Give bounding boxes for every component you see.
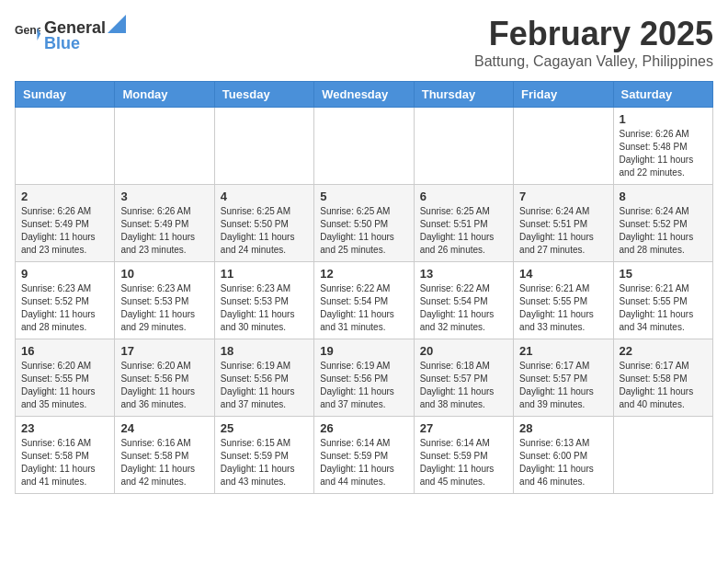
calendar-cell: 2Sunrise: 6:26 AM Sunset: 5:49 PM Daylig… [16,185,115,262]
location: Battung, Cagayan Valley, Philippines [474,53,713,70]
calendar-cell: 10Sunrise: 6:23 AM Sunset: 5:53 PM Dayli… [115,262,214,339]
day-info: Sunrise: 6:21 AM Sunset: 5:55 PM Dayligh… [620,282,707,334]
day-number: 5 [320,190,407,203]
calendar-week-row: 9Sunrise: 6:23 AM Sunset: 5:52 PM Daylig… [16,262,713,339]
day-info: Sunrise: 6:22 AM Sunset: 5:54 PM Dayligh… [320,282,407,334]
day-info: Sunrise: 6:23 AM Sunset: 5:52 PM Dayligh… [21,282,108,334]
day-info: Sunrise: 6:20 AM Sunset: 5:55 PM Dayligh… [21,360,108,411]
day-number: 12 [320,267,407,281]
day-info: Sunrise: 6:17 AM Sunset: 5:58 PM Dayligh… [620,360,707,411]
header: General General Blue February 2025 Battu… [15,15,713,70]
calendar-cell: 18Sunrise: 6:19 AM Sunset: 5:56 PM Dayli… [214,339,313,417]
day-info: Sunrise: 6:23 AM Sunset: 5:53 PM Dayligh… [221,282,308,334]
day-info: Sunrise: 6:16 AM Sunset: 5:58 PM Dayligh… [21,437,108,488]
calendar-cell [414,108,513,185]
calendar-cell: 3Sunrise: 6:26 AM Sunset: 5:49 PM Daylig… [115,185,214,262]
calendar-cell [214,108,313,185]
weekday-friday: Friday [514,82,613,108]
calendar-week-row: 23Sunrise: 6:16 AM Sunset: 5:58 PM Dayli… [16,417,713,494]
weekday-sunday: Sunday [16,82,115,108]
calendar-cell: 17Sunrise: 6:20 AM Sunset: 5:56 PM Dayli… [115,339,214,417]
weekday-wednesday: Wednesday [314,82,414,108]
day-number: 17 [120,344,208,358]
day-number: 26 [320,421,407,435]
calendar-cell: 23Sunrise: 6:16 AM Sunset: 5:58 PM Dayli… [16,417,115,494]
logo-triangle-icon [108,15,126,33]
day-number: 24 [120,421,208,435]
day-info: Sunrise: 6:25 AM Sunset: 5:51 PM Dayligh… [420,205,507,257]
calendar-cell: 16Sunrise: 6:20 AM Sunset: 5:55 PM Dayli… [16,339,115,417]
logo-icon: General [15,21,40,47]
day-number: 11 [221,267,308,281]
day-info: Sunrise: 6:23 AM Sunset: 5:53 PM Dayligh… [120,282,208,334]
day-info: Sunrise: 6:26 AM Sunset: 5:48 PM Dayligh… [620,128,707,179]
calendar-cell: 25Sunrise: 6:15 AM Sunset: 5:59 PM Dayli… [214,417,313,494]
calendar-cell: 21Sunrise: 6:17 AM Sunset: 5:57 PM Dayli… [514,339,613,417]
calendar-cell: 12Sunrise: 6:22 AM Sunset: 5:54 PM Dayli… [314,262,414,339]
calendar-cell: 1Sunrise: 6:26 AM Sunset: 5:48 PM Daylig… [613,108,712,185]
calendar-cell: 24Sunrise: 6:16 AM Sunset: 5:58 PM Dayli… [115,417,214,494]
day-info: Sunrise: 6:18 AM Sunset: 5:57 PM Dayligh… [420,360,507,411]
day-info: Sunrise: 6:26 AM Sunset: 5:49 PM Dayligh… [120,205,208,257]
day-info: Sunrise: 6:24 AM Sunset: 5:51 PM Dayligh… [519,205,607,257]
day-info: Sunrise: 6:13 AM Sunset: 6:00 PM Dayligh… [519,437,607,488]
calendar-cell [16,108,115,185]
day-number: 22 [620,344,707,358]
day-info: Sunrise: 6:24 AM Sunset: 5:52 PM Dayligh… [620,205,707,257]
day-number: 25 [221,421,308,435]
day-info: Sunrise: 6:21 AM Sunset: 5:55 PM Dayligh… [519,282,607,334]
calendar-cell: 6Sunrise: 6:25 AM Sunset: 5:51 PM Daylig… [414,185,513,262]
day-info: Sunrise: 6:25 AM Sunset: 5:50 PM Dayligh… [320,205,407,257]
weekday-tuesday: Tuesday [214,82,313,108]
day-number: 7 [519,190,607,203]
day-info: Sunrise: 6:22 AM Sunset: 5:54 PM Dayligh… [420,282,507,334]
day-info: Sunrise: 6:26 AM Sunset: 5:49 PM Dayligh… [21,205,108,257]
day-number: 19 [320,344,407,358]
logo: General General Blue [15,15,126,53]
day-info: Sunrise: 6:19 AM Sunset: 5:56 PM Dayligh… [221,360,308,411]
weekday-saturday: Saturday [613,82,712,108]
calendar-cell: 15Sunrise: 6:21 AM Sunset: 5:55 PM Dayli… [613,262,712,339]
calendar-cell: 9Sunrise: 6:23 AM Sunset: 5:52 PM Daylig… [16,262,115,339]
weekday-header-row: SundayMondayTuesdayWednesdayThursdayFrid… [16,82,713,108]
day-number: 4 [221,190,308,203]
day-number: 1 [620,112,707,126]
calendar-cell: 28Sunrise: 6:13 AM Sunset: 6:00 PM Dayli… [514,417,613,494]
day-info: Sunrise: 6:14 AM Sunset: 5:59 PM Dayligh… [320,437,407,488]
day-number: 27 [420,421,507,435]
calendar-cell: 5Sunrise: 6:25 AM Sunset: 5:50 PM Daylig… [314,185,414,262]
weekday-thursday: Thursday [414,82,513,108]
calendar-cell [613,417,712,494]
day-info: Sunrise: 6:25 AM Sunset: 5:50 PM Dayligh… [221,205,308,257]
calendar-cell: 7Sunrise: 6:24 AM Sunset: 5:51 PM Daylig… [514,185,613,262]
day-number: 16 [21,344,108,358]
calendar-cell: 11Sunrise: 6:23 AM Sunset: 5:53 PM Dayli… [214,262,313,339]
day-number: 2 [21,190,108,203]
calendar-cell: 20Sunrise: 6:18 AM Sunset: 5:57 PM Dayli… [414,339,513,417]
title-section: February 2025 Battung, Cagayan Valley, P… [474,15,713,70]
calendar-cell: 4Sunrise: 6:25 AM Sunset: 5:50 PM Daylig… [214,185,313,262]
day-number: 18 [221,344,308,358]
day-number: 28 [519,421,607,435]
month-year: February 2025 [474,15,713,53]
svg-text:General: General [15,24,40,37]
calendar-cell [115,108,214,185]
day-number: 20 [420,344,507,358]
day-number: 8 [620,190,707,203]
day-info: Sunrise: 6:17 AM Sunset: 5:57 PM Dayligh… [519,360,607,411]
calendar-cell: 13Sunrise: 6:22 AM Sunset: 5:54 PM Dayli… [414,262,513,339]
calendar-table: SundayMondayTuesdayWednesdayThursdayFrid… [15,81,713,494]
day-info: Sunrise: 6:15 AM Sunset: 5:59 PM Dayligh… [221,437,308,488]
day-number: 21 [519,344,607,358]
calendar-cell: 27Sunrise: 6:14 AM Sunset: 5:59 PM Dayli… [414,417,513,494]
day-number: 14 [519,267,607,281]
calendar-week-row: 1Sunrise: 6:26 AM Sunset: 5:48 PM Daylig… [16,108,713,185]
weekday-monday: Monday [115,82,214,108]
calendar-cell: 26Sunrise: 6:14 AM Sunset: 5:59 PM Dayli… [314,417,414,494]
day-info: Sunrise: 6:14 AM Sunset: 5:59 PM Dayligh… [420,437,507,488]
day-number: 3 [120,190,208,203]
day-number: 23 [21,421,108,435]
calendar-week-row: 2Sunrise: 6:26 AM Sunset: 5:49 PM Daylig… [16,185,713,262]
calendar-cell: 8Sunrise: 6:24 AM Sunset: 5:52 PM Daylig… [613,185,712,262]
calendar-cell [314,108,414,185]
